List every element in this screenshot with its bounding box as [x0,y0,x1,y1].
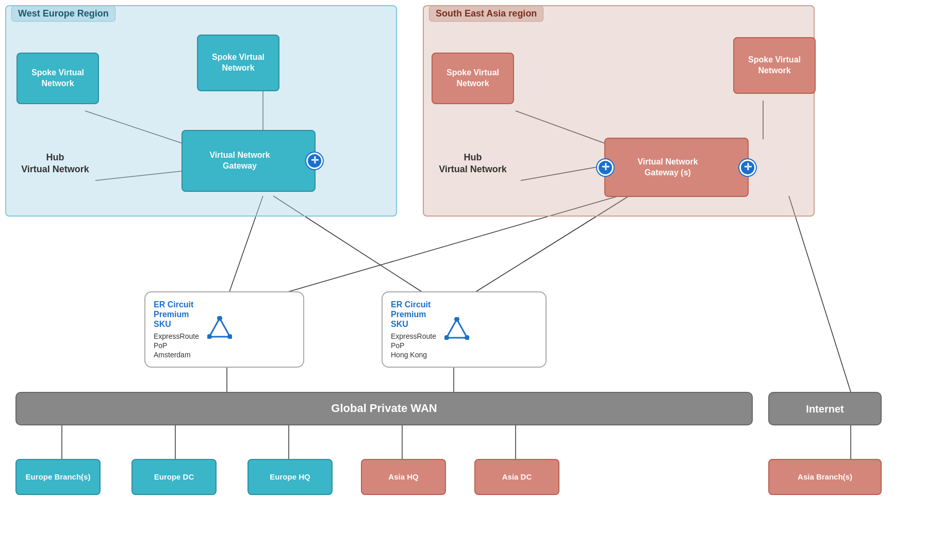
svg-marker-19 [209,318,230,337]
asia-branches-node: Asia Branch(s) [768,459,882,495]
internet-node: Internet [768,392,882,425]
er-hongkong-circuit-label: ER Circuit Premium SKU [391,300,431,330]
europe-dc-node: Europe DC [131,459,217,495]
sea-hub-node: Hub Virtual Network [432,140,514,187]
svg-marker-23 [447,319,467,338]
west-hub-node: Hub Virtual Network [14,138,96,189]
west-europe-region: West Europe Region Spoke Virtual Network… [5,5,397,217]
asia-dc-node: Asia DC [474,459,559,495]
west-region-label: West Europe Region [11,6,115,22]
svg-line-12 [789,196,851,392]
sea-region: South East Asia region Spoke Virtual Net… [423,5,815,217]
europe-hq-node: Europe HQ [247,459,333,495]
er-amsterdam-pop-label: ExpressRoute PoP Amsterdam [154,332,199,360]
sea-gateway-icon1: ✛ [597,159,614,176]
west-gateway-node: Virtual Network Gateway ✛ [181,130,316,192]
er-hongkong-icon [444,317,469,342]
global-wan-node: Global Private WAN [15,392,753,425]
west-spoke1-node: Spoke Virtual Network [16,53,99,104]
er-hongkong-text: ER Circuit Premium SKU ExpressRoute PoP … [391,300,436,359]
network-diagram: West Europe Region Spoke Virtual Network… [0,0,942,560]
west-gateway-icon: ✛ [306,153,323,169]
sea-gateway-icon2: ✛ [739,159,756,176]
sea-region-label: South East Asia region [429,6,543,22]
er-hongkong-pop-label: ExpressRoute PoP Hong Kong [391,332,436,360]
sea-gateway-node: Virtual Network Gateway (s) ✛ ✛ [604,138,749,197]
er-hongkong-node: ER Circuit Premium SKU ExpressRoute PoP … [382,291,547,368]
europe-branches-node: Europe Branch(s) [15,459,101,495]
er-amsterdam-circuit-label: ER Circuit Premium SKU [154,300,193,330]
er-amsterdam-node: ER Circuit Premium SKU ExpressRoute PoP … [144,291,304,368]
asia-hq-node: Asia HQ [361,459,446,495]
sea-spoke2-node: Spoke Virtual Network [733,37,816,94]
er-amsterdam-text: ER Circuit Premium SKU ExpressRoute PoP … [154,300,199,359]
sea-spoke1-node: Spoke Virtual Network [432,53,514,104]
west-spoke2-node: Spoke Virtual Network [197,35,279,91]
er-amsterdam-icon [207,316,232,343]
